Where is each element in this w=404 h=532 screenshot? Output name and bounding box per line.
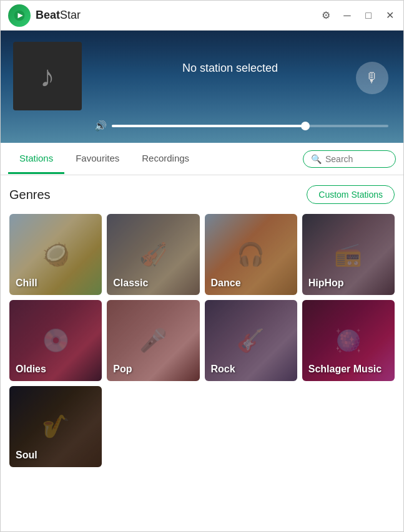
volume-thumb — [301, 122, 310, 130]
genres-title: Genres — [9, 188, 51, 202]
genre-label-schlager: Schlager Music — [308, 364, 382, 375]
genre-label-chill: Chill — [16, 278, 37, 289]
genres-header: Genres Custom Stations — [9, 185, 395, 204]
app-title: BeatStar — [36, 9, 320, 22]
genre-card-soul[interactable]: 🎷Soul — [9, 386, 102, 467]
volume-icon: 🔊 — [94, 120, 107, 132]
genre-label-oldies: Oldies — [16, 364, 46, 375]
genre-label-hiphop: HipHop — [308, 278, 344, 289]
genre-label-rock: Rock — [211, 364, 235, 375]
genre-label-classic: Classic — [113, 278, 148, 289]
genre-card-chill[interactable]: 🥥Chill — [9, 214, 102, 295]
tab-stations[interactable]: Stations — [8, 144, 64, 174]
volume-track[interactable] — [112, 125, 388, 127]
mic-icon: 🎙 — [365, 70, 379, 86]
genre-label-soul: Soul — [16, 450, 37, 461]
genre-card-classic[interactable]: 🎻Classic — [107, 214, 199, 295]
no-station-label: No station selected — [94, 62, 366, 75]
genre-card-dance[interactable]: 🎧Dance — [205, 214, 297, 295]
genre-label-pop: Pop — [113, 364, 132, 375]
tabs-bar: Stations Favourites Recordings 🔍 — [1, 143, 403, 175]
close-button[interactable]: ✕ — [383, 9, 396, 22]
tab-favourites[interactable]: Favourites — [64, 144, 131, 174]
genre-grid: 🥥Chill🎻Classic🎧Dance📻HipHop💿Oldies🎤Pop🎸R… — [9, 214, 395, 467]
settings-button[interactable]: ⚙ — [320, 9, 332, 22]
genre-card-hiphop[interactable]: 📻HipHop — [302, 214, 395, 295]
tab-recordings[interactable]: Recordings — [131, 144, 200, 174]
app-logo — [8, 4, 31, 27]
genre-card-oldies[interactable]: 💿Oldies — [9, 300, 102, 381]
mic-button[interactable]: 🎙 — [356, 62, 388, 94]
volume-bar: 🔊 — [94, 120, 388, 132]
genre-label-dance: Dance — [211, 278, 241, 289]
music-note-icon: ♪ — [40, 59, 55, 94]
genre-card-rock[interactable]: 🎸Rock — [205, 300, 297, 381]
maximize-button[interactable]: □ — [362, 9, 375, 22]
player-area: ♪ No station selected 🎙 🔊 — [1, 31, 403, 143]
search-box[interactable]: 🔍 — [303, 150, 396, 168]
search-icon: 🔍 — [311, 154, 322, 164]
custom-stations-button[interactable]: Custom Stations — [307, 185, 395, 204]
window-controls: ⚙ ─ □ ✕ — [320, 9, 396, 22]
genre-card-schlager[interactable]: 🪩Schlager Music — [302, 300, 395, 381]
content-area: Genres Custom Stations 🥥Chill🎻Classic🎧Da… — [1, 175, 403, 532]
album-art: ♪ — [13, 42, 82, 110]
genre-card-pop[interactable]: 🎤Pop — [107, 300, 199, 381]
search-input[interactable] — [325, 154, 388, 164]
minimize-button[interactable]: ─ — [341, 9, 353, 22]
volume-fill — [112, 125, 305, 127]
title-bar: BeatStar ⚙ ─ □ ✕ — [1, 1, 403, 31]
